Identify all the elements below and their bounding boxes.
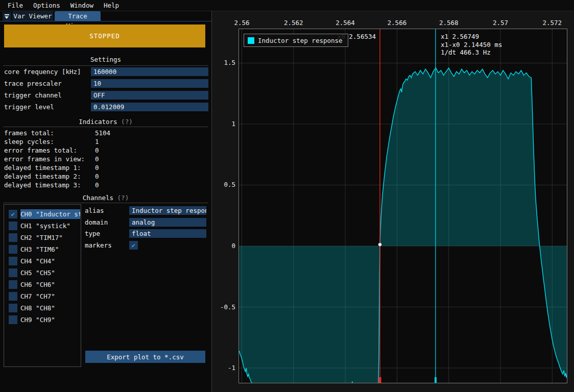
indicator-value: 0 — [95, 181, 99, 189]
plot-canvas[interactable]: x0 2.56534x1 2.56749x1-x0 2.14450 ms1/dt… — [238, 29, 567, 383]
channel-checkbox[interactable] — [9, 245, 17, 254]
legend-swatch-icon — [248, 37, 254, 44]
x-axis-tick-label: 2.564 — [327, 19, 363, 27]
indicators-section-title: Indicators (?) — [0, 118, 211, 126]
indicator-value: 0 — [95, 172, 99, 181]
domain-field[interactable]: analog — [129, 218, 206, 227]
indicator-label: sleep cycles: — [4, 137, 54, 146]
channel-item-ch7[interactable]: CH7 "CH7" — [20, 291, 81, 301]
separator — [3, 65, 208, 66]
alias-label: alias — [85, 206, 104, 215]
left-panel: Var Viewer Trace Viewer STOPPED Settings… — [0, 11, 211, 392]
channel-item-ch0[interactable]: CH0 "Inductor st — [20, 209, 80, 219]
channel-listbox: ✔CH0 "Inductor st CH1 "systick" CH2 "TIM… — [4, 204, 81, 367]
indicators-help-icon[interactable]: (?) — [121, 118, 133, 126]
tab-underline — [0, 21, 211, 21]
y-axis-tick-label: -0.5 — [214, 303, 235, 311]
plot-legend[interactable]: Inductor step response — [244, 34, 348, 47]
channels-help-icon[interactable]: (?) — [117, 194, 129, 202]
markers-checkbox[interactable]: ✔ — [129, 241, 138, 250]
y-axis-tick-label: 1 — [214, 120, 235, 128]
marker-x1-tick[interactable] — [435, 377, 437, 383]
x-axis-tick-label: 2.568 — [431, 19, 467, 27]
channel-row: CH1 "systick" — [4, 220, 81, 232]
channel-item-ch8[interactable]: CH8 "CH8" — [20, 303, 81, 313]
indicator-value: 0 — [95, 155, 99, 163]
core-frequency-field[interactable]: 160000 — [91, 67, 208, 76]
trigger-channel-field[interactable]: OFF — [91, 91, 208, 100]
tab-list-button[interactable] — [3, 12, 11, 21]
channel-row: ✔CH0 "Inductor st — [4, 208, 81, 220]
core-frequency-label: core frequency [kHz] — [4, 67, 81, 76]
indicator-label: error frames in view: — [4, 155, 85, 163]
settings-section-title: Settings — [0, 56, 211, 63]
type-field[interactable]: float — [129, 229, 206, 238]
tab-list-icon — [5, 14, 9, 19]
marker-x0-tick[interactable] — [379, 377, 381, 383]
channel-item-ch5[interactable]: CH5 "CH5" — [20, 268, 81, 278]
marker-x1-label: x1 2.56749 — [441, 33, 479, 40]
menu-file[interactable]: File — [3, 2, 28, 9]
marker-x0-point[interactable] — [378, 243, 381, 246]
y-axis-tick-label: -1 — [214, 364, 235, 372]
channel-row: CH4 "CH4" — [4, 255, 81, 267]
indicator-value: 5104 — [95, 129, 110, 137]
alias-field[interactable]: Inductor step respons — [129, 206, 206, 215]
trace-area — [239, 68, 567, 383]
trigger-level-field[interactable]: 0.012009 — [91, 103, 208, 111]
tab-var-viewer[interactable]: Var Viewer — [12, 11, 53, 21]
indicator-value: 0 — [95, 146, 99, 155]
menu-options[interactable]: Options — [28, 2, 65, 9]
channel-row: CH8 "CH8" — [4, 302, 81, 314]
indicator-value: 1 — [95, 137, 99, 146]
channel-row: CH9 "CH9" — [4, 314, 81, 326]
channels-section-title: Channels (?) — [0, 194, 211, 202]
separator — [3, 203, 208, 203]
channel-item-ch3[interactable]: CH3 "TIM6" — [20, 244, 81, 254]
x-axis-tick-label: 2.562 — [276, 19, 312, 27]
channels-title-text: Channels — [83, 194, 113, 202]
channel-checkbox[interactable]: ✔ — [9, 210, 17, 218]
channel-item-ch6[interactable]: CH6 "CH6" — [20, 280, 81, 289]
channel-checkbox[interactable] — [9, 233, 17, 242]
channel-checkbox[interactable] — [9, 280, 17, 289]
acquisition-status-button[interactable]: STOPPED — [4, 24, 205, 47]
settings-title-text: Settings — [90, 56, 121, 63]
trigger-channel-label: trigger channel — [4, 91, 62, 100]
menu-window[interactable]: Window — [65, 2, 99, 9]
legend-label: Inductor step response — [258, 37, 343, 44]
channel-item-ch4[interactable]: CH4 "CH4" — [20, 256, 81, 266]
menu-help[interactable]: Help — [99, 2, 124, 9]
channel-checkbox[interactable] — [9, 222, 17, 230]
x-axis-tick-label: 2.56 — [224, 19, 259, 27]
indicator-value: 0 — [95, 163, 99, 172]
plot-panel: x0 2.56534x1 2.56749x1-x0 2.14450 ms1/dt… — [211, 11, 574, 392]
menu-bar: File Options Window Help — [0, 0, 574, 11]
indicator-label: error frames total: — [4, 146, 77, 155]
channel-row: CH2 "TIM17" — [4, 232, 81, 243]
tab-bar: Var Viewer Trace Viewer — [0, 11, 211, 21]
marker-x1-label: 1/dt 466.3 Hz — [441, 48, 491, 56]
channel-row: CH7 "CH7" — [4, 290, 81, 302]
channel-checkbox[interactable] — [9, 292, 17, 301]
separator — [3, 127, 208, 127]
type-label: type — [85, 229, 100, 238]
channel-checkbox[interactable] — [9, 257, 17, 265]
channel-item-ch1[interactable]: CH1 "systick" — [20, 221, 81, 231]
channel-row: CH3 "TIM6" — [4, 243, 81, 255]
channel-checkbox[interactable] — [9, 304, 17, 312]
tab-trace-viewer[interactable]: Trace Viewer — [55, 11, 101, 21]
channel-checkbox[interactable] — [9, 315, 17, 324]
export-csv-button[interactable]: Export plot to *.csv — [85, 351, 205, 363]
indicator-label: delayed timestamp 3: — [4, 181, 81, 189]
domain-label: domain — [85, 218, 108, 227]
trace-plot[interactable]: x0 2.56534x1 2.56749x1-x0 2.14450 ms1/dt… — [238, 29, 567, 383]
channel-item-ch2[interactable]: CH2 "TIM17" — [20, 233, 81, 242]
x-axis-tick-label: 2.566 — [379, 19, 415, 27]
channel-item-ch9[interactable]: CH9 "CH9" — [20, 315, 81, 325]
marker-x1-label: x1-x0 2.14450 ms — [441, 41, 502, 48]
trace-prescaler-field[interactable]: 10 — [91, 79, 208, 88]
channel-checkbox[interactable] — [9, 268, 17, 277]
indicator-label: delayed timestamp 2: — [4, 172, 81, 181]
x-axis-tick-label: 2.57 — [483, 19, 518, 27]
